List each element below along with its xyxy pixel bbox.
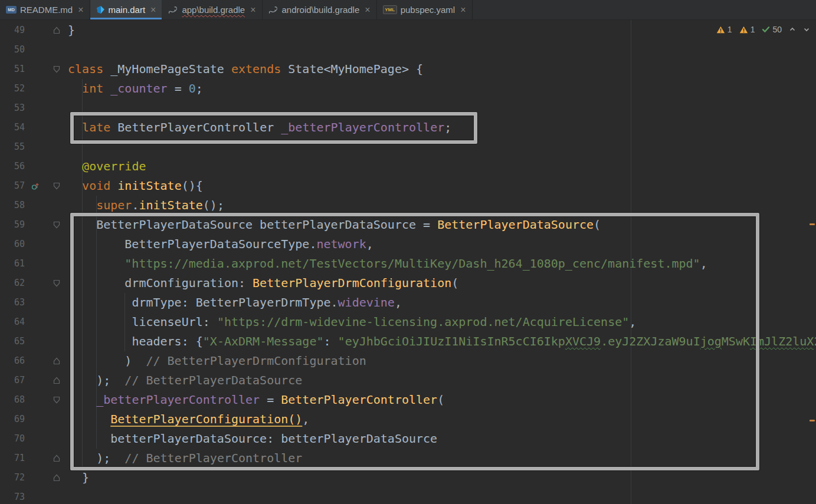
code-line[interactable]: 60 BetterPlayerDataSourceType.network, (0, 235, 816, 254)
code-text[interactable]: late BetterPlayerController _betterPlaye… (68, 118, 451, 137)
code-text[interactable]: ); // BetterPlayerController (68, 449, 302, 468)
editor-tab[interactable]: android\build.gradle× (263, 0, 377, 19)
tab-close-icon[interactable]: × (78, 5, 83, 15)
code-text[interactable]: drmType: BetterPlayerDrmType.widevine, (68, 293, 402, 312)
code-line[interactable]: 68 _betterPlayerController = BetterPlaye… (0, 390, 816, 410)
line-number[interactable]: 57 (0, 176, 25, 196)
fold-end-icon[interactable] (53, 454, 60, 462)
line-number[interactable]: 71 (0, 449, 25, 468)
code-line[interactable]: 63 drmType: BetterPlayerDrmType.widevine… (0, 293, 816, 312)
code-line[interactable]: 49} (0, 21, 816, 40)
code-text[interactable]: ) // BetterPlayerDrmConfiguration (68, 351, 366, 371)
code-line[interactable]: 64 licenseUrl: "https://drm-widevine-lic… (0, 312, 816, 332)
line-number[interactable]: 70 (0, 429, 25, 449)
fold-end-icon[interactable] (53, 357, 60, 365)
override-method-icon[interactable] (31, 182, 40, 190)
fold-end-icon[interactable] (53, 377, 60, 384)
code-line[interactable]: 65 headers: {"X-AxDRM-Message": "eyJhbGc… (0, 332, 816, 351)
editor-tab[interactable]: YMLpubspec.yaml× (377, 0, 473, 19)
code-line[interactable]: 61 "https://media.axprod.net/TestVectors… (0, 254, 816, 274)
code-text[interactable]: } (68, 21, 75, 40)
line-number[interactable]: 60 (0, 235, 25, 254)
code-text[interactable]: drmConfiguration: BetterPlayerDrmConfigu… (68, 274, 458, 293)
fold-end-icon[interactable] (53, 27, 60, 34)
code-line[interactable]: 62 drmConfiguration: BetterPlayerDrmConf… (0, 274, 816, 293)
fold-start-icon[interactable] (53, 221, 60, 229)
warning-stripe-mark[interactable] (810, 223, 815, 225)
line-number[interactable]: 68 (0, 390, 25, 410)
code-text[interactable]: int _counter = 0; (68, 79, 203, 98)
code-text[interactable]: } (68, 468, 89, 487)
code-area[interactable]: 49}5051class _MyHomePageState extends St… (0, 20, 816, 504)
code-line[interactable]: 59 BetterPlayerDataSource betterPlayerDa… (0, 215, 816, 235)
code-line[interactable]: 53 (0, 98, 816, 118)
tab-close-icon[interactable]: × (365, 5, 370, 15)
code-text[interactable]: void initState(){ (68, 176, 203, 196)
line-number[interactable]: 51 (0, 60, 25, 79)
inspection-warning-2[interactable]: 1 (739, 25, 755, 34)
line-number[interactable]: 54 (0, 118, 25, 137)
line-number[interactable]: 50 (0, 40, 25, 60)
editor-tab[interactable]: MDREADME.md× (0, 0, 90, 19)
code-text[interactable]: "https://media.axprod.net/TestVectors/Mu… (68, 254, 707, 274)
line-number[interactable]: 59 (0, 215, 25, 235)
code-text[interactable]: headers: {"X-AxDRM-Message": "eyJhbGciOi… (68, 332, 816, 351)
fold-start-icon[interactable] (53, 182, 60, 190)
code-line[interactable]: 70 betterPlayerDataSource: betterPlayerD… (0, 429, 816, 449)
fold-start-icon[interactable] (53, 279, 60, 287)
line-number[interactable]: 64 (0, 312, 25, 332)
code-line[interactable]: 72 } (0, 468, 816, 487)
code-line[interactable]: 71 ); // BetterPlayerController (0, 449, 816, 468)
tab-close-icon[interactable]: × (150, 5, 156, 15)
warning-stripe-mark[interactable] (810, 420, 815, 421)
line-number[interactable]: 72 (0, 468, 25, 487)
next-issue-button[interactable] (803, 26, 810, 33)
code-line[interactable]: 67 ); // BetterPlayerDataSource (0, 371, 816, 390)
line-number[interactable]: 63 (0, 293, 25, 312)
line-number[interactable]: 56 (0, 157, 25, 176)
code-text[interactable]: BetterPlayerDataSourceType.network, (68, 235, 373, 254)
line-number[interactable]: 49 (0, 21, 25, 40)
tab-close-icon[interactable]: × (460, 5, 466, 15)
fold-start-icon[interactable] (53, 396, 60, 404)
line-number[interactable]: 61 (0, 254, 25, 274)
code-line[interactable]: 73 (0, 487, 816, 504)
line-number[interactable]: 53 (0, 98, 25, 118)
code-line[interactable]: 69 BetterPlayerConfiguration(), (0, 410, 816, 429)
code-text[interactable]: class _MyHomePageState extends State<MyH… (68, 60, 423, 79)
line-number[interactable]: 52 (0, 79, 25, 98)
code-text[interactable]: betterPlayerDataSource: betterPlayerData… (68, 429, 437, 449)
fold-end-icon[interactable] (53, 474, 60, 482)
code-line[interactable]: 50 (0, 40, 816, 60)
code-text[interactable]: @override (68, 157, 146, 176)
code-line[interactable]: 66 ) // BetterPlayerDrmConfiguration (0, 351, 816, 371)
code-text[interactable]: _betterPlayerController = BetterPlayerCo… (68, 390, 444, 410)
line-number[interactable]: 62 (0, 274, 25, 293)
line-number[interactable]: 66 (0, 351, 25, 371)
inspection-warning-1[interactable]: 1 (716, 25, 732, 34)
line-number[interactable]: 65 (0, 332, 25, 351)
line-number[interactable]: 67 (0, 371, 25, 390)
tab-close-icon[interactable]: × (250, 5, 255, 15)
prev-issue-button[interactable] (789, 26, 796, 33)
code-text[interactable]: BetterPlayerDataSource betterPlayerDataS… (68, 215, 601, 235)
code-line[interactable]: 55 (0, 137, 816, 157)
code-line[interactable]: 51class _MyHomePageState extends State<M… (0, 60, 816, 79)
editor-tab[interactable]: main.dart× (90, 0, 163, 19)
line-number[interactable]: 69 (0, 410, 25, 429)
line-number[interactable]: 58 (0, 196, 25, 215)
line-number[interactable]: 73 (0, 487, 25, 504)
code-line[interactable]: 54 late BetterPlayerController _betterPl… (0, 118, 816, 137)
code-text[interactable]: licenseUrl: "https://drm-widevine-licens… (68, 312, 636, 332)
line-number[interactable]: 55 (0, 137, 25, 157)
code-line[interactable]: 58 super.initState(); (0, 196, 816, 215)
code-text[interactable]: super.initState(); (68, 196, 224, 215)
code-text[interactable]: ); // BetterPlayerDataSource (68, 371, 302, 390)
code-line[interactable]: 56 @override (0, 157, 816, 176)
code-line[interactable]: 52 int _counter = 0; (0, 79, 816, 98)
fold-start-icon[interactable] (53, 65, 60, 73)
code-text[interactable]: BetterPlayerConfiguration(), (68, 410, 309, 429)
inspection-ok[interactable]: 50 (762, 25, 782, 34)
editor-tab[interactable]: app\build.gradle× (162, 0, 262, 19)
code-line[interactable]: 57 void initState(){ (0, 176, 816, 196)
